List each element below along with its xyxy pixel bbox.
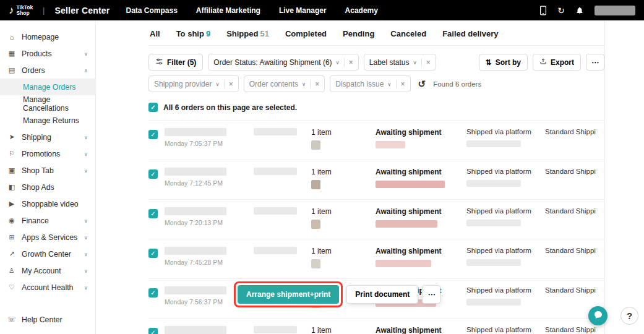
sidebar-item-shop-tab[interactable]: ▣ Shop Tab ∨ xyxy=(0,162,95,179)
product-thumbnail xyxy=(311,140,320,150)
tab-canceled[interactable]: Canceled xyxy=(390,29,426,45)
filter-chip-shipping-provider[interactable]: Shipping provider ∨ × xyxy=(148,75,239,92)
order-row: ✓ Monday 7:12:45 PM 1 item Awaiting ship… xyxy=(148,160,604,199)
sidebar-item-shop-ads[interactable]: ◧ Shop Ads xyxy=(0,179,95,195)
filter-chip-order-contents[interactable]: Order contents ∨ × xyxy=(244,75,325,92)
nav-data-compass[interactable]: Data Compass xyxy=(126,6,177,15)
filter-chip-label-status[interactable]: Label status ∨ × xyxy=(364,54,436,71)
shipped-via: Shipped via platform xyxy=(466,247,531,254)
sidebar-item-label: Manage Returns xyxy=(23,116,79,125)
orders-table: ✓ Monday 7:05:37 PM 1 item Awaiting ship… xyxy=(148,120,604,334)
order-timestamp: Monday 7:12:45 PM xyxy=(165,179,254,187)
finance-icon: ◉ xyxy=(7,216,16,225)
row-checkbox[interactable]: ✓ xyxy=(148,328,158,334)
brand-text: TikTok Shop xyxy=(17,5,33,16)
account-menu-redacted[interactable] xyxy=(595,6,635,15)
account-icon: ♙ xyxy=(7,267,16,275)
nav-affiliate-marketing[interactable]: Affiliate Marketing xyxy=(196,6,260,15)
tab-completed[interactable]: Completed xyxy=(285,29,327,45)
tab-to-ship[interactable]: To ship9 xyxy=(176,29,211,45)
order-status: Awaiting shipment xyxy=(376,168,466,176)
filter-chip-dispatch-issue[interactable]: Dispatch issue ∨ × xyxy=(330,75,410,92)
sidebar-item-finance[interactable]: ◉ Finance ∨ xyxy=(0,212,95,229)
reset-filters-icon[interactable]: ↺ xyxy=(418,79,426,90)
arrange-shipment-print-button[interactable]: Arrange shipment+print xyxy=(238,285,339,304)
order-row: ✓ Monday 7:20:13 PM 1 item Awaiting ship… xyxy=(148,199,604,239)
close-icon[interactable]: × xyxy=(344,58,353,67)
shipping-option: Standard Shippi xyxy=(545,168,604,199)
row-checkbox[interactable]: ✓ xyxy=(148,288,158,298)
carrier-redacted xyxy=(466,140,521,147)
select-all-checkbox[interactable]: ✓ xyxy=(148,103,158,112)
secondary-filter-row: Shipping provider ∨ × Order contents ∨ ×… xyxy=(148,75,604,92)
sidebar-item-products[interactable]: ▦ Products ∨ xyxy=(0,45,95,62)
chevron-down-icon: ∨ xyxy=(84,234,88,241)
order-id-redacted xyxy=(165,168,226,176)
tab-all[interactable]: All xyxy=(150,29,160,45)
sidebar-item-help-center[interactable]: ☏ Help Center xyxy=(0,311,95,328)
tab-shipped[interactable]: Shipped51 xyxy=(226,29,269,45)
carrier-redacted xyxy=(466,259,521,266)
sidebar-item-growth-center[interactable]: ↗ Growth Center ∨ xyxy=(0,246,95,262)
notifications-bell-icon[interactable] xyxy=(575,6,584,15)
deadline-redacted xyxy=(376,141,405,148)
sidebar-item-apps-services[interactable]: ⊞ Apps & Services ∨ xyxy=(0,229,95,246)
sidebar-item-manage-orders[interactable]: Manage Orders xyxy=(0,79,95,95)
header-right: ↻ xyxy=(539,6,635,15)
sync-icon[interactable]: ↻ xyxy=(557,6,565,15)
print-document-button[interactable]: Print document xyxy=(346,285,418,304)
chevron-down-icon: ∨ xyxy=(84,285,88,291)
shipped-via: Shipped via platform xyxy=(466,286,531,294)
shipping-option: Standard Shippi xyxy=(545,247,604,278)
chevron-down-icon: ∨ xyxy=(84,218,88,224)
sidebar-item-shipping[interactable]: ➤ Shipping ∨ xyxy=(0,129,95,145)
sidebar-item-label: Orders xyxy=(22,66,45,75)
order-status: Awaiting shipment xyxy=(376,326,466,334)
carrier-redacted xyxy=(466,299,521,306)
order-id-redacted xyxy=(165,247,226,255)
annotation-highlight-box: Arrange shipment+print xyxy=(234,281,343,307)
header-nav: Data Compass Affiliate Marketing Live Ma… xyxy=(126,6,377,15)
sidebar-item-manage-returns[interactable]: Manage Returns xyxy=(0,112,95,129)
sidebar-item-homepage[interactable]: ⌂ Homepage xyxy=(0,28,95,45)
close-icon[interactable]: × xyxy=(224,80,233,88)
top-header: ♪ TikTok Shop | Seller Center Data Compa… xyxy=(0,0,644,20)
close-icon[interactable]: × xyxy=(421,58,431,67)
row-checkbox[interactable]: ✓ xyxy=(148,130,158,139)
sidebar-item-my-account[interactable]: ♙ My Account ∨ xyxy=(0,262,95,279)
chevron-down-icon: ∨ xyxy=(84,251,88,257)
row-more-options-button[interactable]: ⋯ xyxy=(422,285,440,304)
chevron-down-icon: ∨ xyxy=(84,51,88,57)
help-icon: ☏ xyxy=(7,315,16,323)
order-id-redacted xyxy=(165,207,226,215)
row-checkbox[interactable]: ✓ xyxy=(148,209,158,218)
sidebar-item-label: Growth Center xyxy=(22,250,71,259)
sidebar-item-orders[interactable]: ▤ Orders ∧ xyxy=(0,62,95,79)
filter-chip-order-status[interactable]: Order Status: Awaiting Shipment (6) ∨ × xyxy=(208,54,358,71)
tab-pending[interactable]: Pending xyxy=(343,29,374,45)
shop-ads-icon: ◧ xyxy=(7,183,16,191)
nav-live-manager[interactable]: Live Manager xyxy=(279,6,327,15)
products-icon: ▦ xyxy=(7,49,16,58)
product-name-redacted xyxy=(254,168,297,175)
sidebar-item-manage-cancellations[interactable]: Manage Cancellations xyxy=(0,95,95,112)
tiktok-shop-logo[interactable]: ♪ TikTok Shop xyxy=(9,5,33,16)
sort-by-button[interactable]: ⇅ Sort by xyxy=(479,54,528,71)
close-icon[interactable]: × xyxy=(396,80,405,88)
sidebar-item-account-health[interactable]: ♡ Account Health ∨ xyxy=(0,279,95,296)
tab-count: 9 xyxy=(206,29,210,38)
help-button[interactable]: ? xyxy=(620,307,638,325)
chat-support-button[interactable] xyxy=(588,306,608,325)
tab-failed-delivery[interactable]: Failed delivery xyxy=(442,29,498,45)
row-checkbox[interactable]: ✓ xyxy=(148,169,158,179)
close-icon[interactable]: × xyxy=(310,80,319,88)
more-options-button[interactable]: ⋯ xyxy=(586,54,604,71)
filter-button[interactable]: Filter (5) xyxy=(148,54,203,71)
item-count: 1 item xyxy=(311,168,332,176)
sidebar-item-shoppable-video[interactable]: ▶ Shoppable video xyxy=(0,195,95,212)
nav-academy[interactable]: Academy xyxy=(345,6,378,15)
sidebar-item-promotions[interactable]: ⚐ Promotions ∨ xyxy=(0,145,95,162)
row-checkbox[interactable]: ✓ xyxy=(148,249,158,258)
export-button[interactable]: Export xyxy=(533,54,581,71)
mobile-app-icon[interactable] xyxy=(539,6,547,15)
